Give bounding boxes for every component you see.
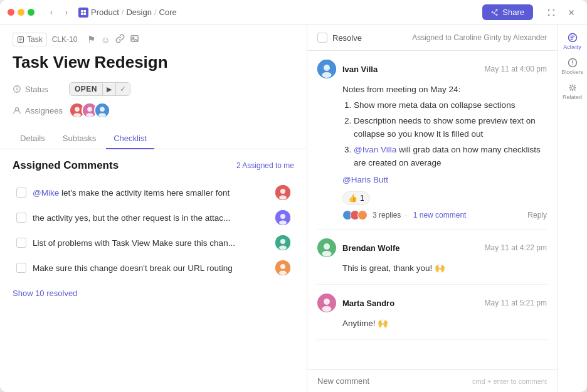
sidebar-related-label: Related <box>563 94 582 100</box>
item-text-2: the activity yes, but the other request … <box>33 213 269 223</box>
sidebar-blockers-btn[interactable]: Blockers <box>561 55 584 78</box>
breadcrumb-core[interactable]: Core <box>159 8 177 17</box>
tab-subtasks[interactable]: Subtasks <box>55 129 103 149</box>
commenter-avatar-3 <box>317 294 336 312</box>
checklist-item[interactable]: Make sure this change doesn't break our … <box>13 256 294 280</box>
reply-button-1[interactable]: Reply <box>527 211 547 220</box>
svg-point-26 <box>279 246 287 250</box>
item-text-4: Make sure this change doesn't break our … <box>33 263 269 273</box>
tabs-bar: Details Subtasks Checklist <box>0 129 307 149</box>
status-check[interactable]: ✓ <box>115 83 130 95</box>
title-bar: ‹ › Product / Design / Core Share <box>0 0 587 25</box>
right-sidebar: Activity Blockers Related <box>557 25 587 392</box>
item-avatar-2 <box>275 210 290 225</box>
share-button[interactable]: Share <box>482 4 533 20</box>
svg-point-25 <box>280 239 285 244</box>
task-header: Task CLK-10 ⚑ ☺ Task Vie <box>0 25 307 129</box>
reaction-count-1: 1 <box>360 194 364 203</box>
task-fields: Status OPEN ▶ ✓ Assignees <box>13 82 294 119</box>
comment-intro-1: Notes from meeting on May 24: <box>342 85 460 94</box>
checklist-item[interactable]: @Mike let's make the activity items here… <box>13 181 294 204</box>
new-comment-badge-1: 1 new comment <box>413 211 467 220</box>
svg-rect-0 <box>81 10 83 13</box>
comment-input-area: cmd + enter to comment <box>307 369 557 392</box>
image-icon[interactable] <box>130 34 139 45</box>
footer-avatars-1 <box>342 210 365 220</box>
comment-list-item-2: Description needs to show some preview t… <box>354 115 547 141</box>
svg-point-32 <box>322 72 332 78</box>
svg-rect-1 <box>84 10 87 13</box>
svg-point-38 <box>322 306 332 312</box>
checklist-item[interactable]: List of problems with Task View Make sur… <box>13 231 294 255</box>
close-button[interactable] <box>8 9 14 16</box>
task-id: CLK-10 <box>52 35 78 44</box>
close-icon[interactable] <box>563 4 579 21</box>
commenter-name-2: Brendan Wolfe <box>342 243 400 253</box>
breadcrumb-design[interactable]: Design <box>126 8 151 17</box>
product-icon <box>78 8 88 18</box>
assigned-badge[interactable]: 2 Assigned to me <box>236 161 294 170</box>
status-badge[interactable]: OPEN ▶ ✓ <box>69 82 130 96</box>
comment-list-item-3: @Ivan Villa will grab data on how many c… <box>354 144 547 170</box>
tab-checklist[interactable]: Checklist <box>106 129 154 149</box>
comment-hint: cmd + enter to comment <box>472 378 547 385</box>
task-title: Task View Redesign <box>13 53 294 72</box>
checklist-items: @Mike let's make the activity items here… <box>13 181 294 280</box>
resolve-section: Resolve <box>317 33 362 43</box>
tab-details[interactable]: Details <box>13 129 53 149</box>
comment-body-3: Anytime! 🙌 <box>342 317 547 331</box>
show-resolved-button[interactable]: Show 10 resolved <box>13 289 294 298</box>
flag-icon[interactable]: ⚑ <box>87 34 95 45</box>
nav-arrows: ‹ › <box>45 6 73 19</box>
task-meta-icons: ⚑ ☺ <box>87 34 139 45</box>
item-text-1: @Mike let's make the activity items here… <box>33 188 269 198</box>
svg-point-14 <box>86 113 93 117</box>
commenter-avatar-1 <box>317 60 336 78</box>
check-box-2[interactable] <box>16 213 26 223</box>
comment-body-2: This is great, thank you! 🙌 <box>342 262 547 275</box>
task-type-badge[interactable]: Task <box>13 33 47 46</box>
commenter-avatar-2 <box>317 238 336 257</box>
resolve-label[interactable]: Resolve <box>332 33 362 43</box>
left-panel: Task CLK-10 ⚑ ☺ Task Vie <box>0 25 307 392</box>
minimize-button[interactable] <box>18 9 24 16</box>
comment-body-1: Notes from meeting on May 24: Show more … <box>342 83 547 186</box>
comment-header-2: Brendan Wolfe May 11 at 4:22 pm <box>317 238 547 257</box>
reaction-pill-1[interactable]: 👍 1 <box>342 191 370 205</box>
status-arrow[interactable]: ▶ <box>102 83 115 95</box>
expand-icon[interactable] <box>543 4 559 21</box>
check-box-3[interactable] <box>16 238 26 248</box>
maximize-button[interactable] <box>28 9 34 16</box>
back-arrow[interactable]: ‹ <box>45 6 58 19</box>
assigned-to-text: Assigned to Caroline Ginty by Alexander <box>412 33 547 42</box>
svg-rect-2 <box>81 13 83 15</box>
svg-point-17 <box>98 113 106 117</box>
reaction-emoji-1: 👍 <box>348 194 357 203</box>
breadcrumb-product[interactable]: Product <box>91 8 119 17</box>
check-box-1[interactable] <box>16 188 26 198</box>
checklist-item[interactable]: the activity yes, but the other request … <box>13 206 294 230</box>
comment-footer-1: 3 replies · 1 new comment Reply <box>342 210 547 220</box>
reply-count-1: 3 replies <box>373 211 401 220</box>
share-label: Share <box>502 8 524 17</box>
svg-point-10 <box>75 107 80 112</box>
forward-arrow[interactable]: › <box>60 6 73 19</box>
comment-input[interactable] <box>317 376 472 386</box>
svg-point-22 <box>280 214 285 219</box>
sidebar-activity-btn[interactable]: Activity <box>561 30 584 53</box>
check-box-4[interactable] <box>16 263 26 273</box>
sidebar-related-btn[interactable]: Related <box>561 80 584 103</box>
comment-time-3: May 11 at 5:21 pm <box>485 299 547 307</box>
svg-point-29 <box>279 271 287 275</box>
emoji-icon[interactable]: ☺ <box>100 34 110 45</box>
comment-reactions-1: 👍 1 <box>342 191 547 205</box>
svg-point-37 <box>324 299 330 305</box>
comment-time-2: May 11 at 4:22 pm <box>485 243 547 252</box>
status-label: Status <box>13 85 63 94</box>
avatar-3[interactable] <box>94 102 110 119</box>
comment-header-3: Marta Sandro May 11 at 5:21 pm <box>317 294 547 312</box>
svg-point-11 <box>73 113 81 117</box>
resolve-checkbox[interactable] <box>317 33 327 43</box>
link-icon[interactable] <box>115 34 125 45</box>
comment-tag-1[interactable]: @Haris Butt <box>342 175 388 184</box>
